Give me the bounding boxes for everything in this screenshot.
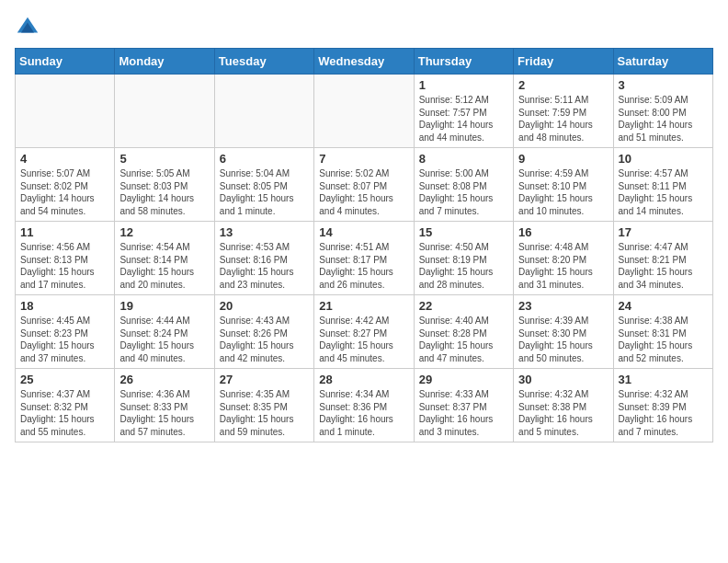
day-info: Sunrise: 4:57 AM Sunset: 8:11 PM Dayligh…: [619, 167, 708, 217]
day-number: 28: [319, 373, 408, 386]
day-info: Sunrise: 4:42 AM Sunset: 8:27 PM Dayligh…: [319, 315, 408, 364]
calendar-day-cell: 13Sunrise: 4:53 AM Sunset: 8:16 PM Dayli…: [214, 222, 313, 295]
day-info: Sunrise: 4:33 AM Sunset: 8:37 PM Dayligh…: [419, 388, 508, 438]
day-info: Sunrise: 4:54 AM Sunset: 8:14 PM Dayligh…: [119, 241, 209, 291]
day-number: 20: [220, 299, 309, 313]
day-number: 29: [419, 373, 508, 386]
calendar-week-row: 18Sunrise: 4:45 AM Sunset: 8:23 PM Dayli…: [16, 295, 713, 369]
calendar-day-cell: 4Sunrise: 5:07 AM Sunset: 8:02 PM Daylig…: [16, 148, 115, 222]
day-number: 23: [518, 299, 608, 313]
day-number: 31: [619, 373, 708, 386]
calendar-day-cell: 12Sunrise: 4:54 AM Sunset: 8:14 PM Dayli…: [115, 222, 214, 295]
calendar-day-cell: 31Sunrise: 4:32 AM Sunset: 8:39 PM Dayli…: [613, 369, 712, 442]
calendar-day-cell: 30Sunrise: 4:32 AM Sunset: 8:38 PM Dayli…: [514, 369, 613, 442]
day-info: Sunrise: 4:40 AM Sunset: 8:28 PM Dayligh…: [419, 315, 508, 364]
day-number: 25: [20, 373, 109, 386]
day-info: Sunrise: 4:47 AM Sunset: 8:21 PM Dayligh…: [619, 241, 708, 291]
day-info: Sunrise: 4:50 AM Sunset: 8:19 PM Dayligh…: [419, 241, 508, 291]
day-number: 30: [518, 373, 608, 386]
day-of-week-header: Tuesday: [214, 49, 313, 75]
calendar-day-cell: 16Sunrise: 4:48 AM Sunset: 8:20 PM Dayli…: [514, 222, 613, 295]
day-number: 4: [20, 152, 109, 166]
calendar-day-cell: 6Sunrise: 5:04 AM Sunset: 8:05 PM Daylig…: [214, 148, 313, 222]
calendar-table: SundayMondayTuesdayWednesdayThursdayFrid…: [15, 48, 713, 442]
calendar-day-cell: [214, 75, 313, 148]
calendar-day-cell: 26Sunrise: 4:36 AM Sunset: 8:33 PM Dayli…: [115, 369, 214, 442]
day-of-week-header: Wednesday: [314, 49, 414, 75]
day-info: Sunrise: 4:38 AM Sunset: 8:31 PM Dayligh…: [619, 315, 708, 364]
day-of-week-header: Thursday: [414, 49, 513, 75]
day-number: 15: [419, 225, 508, 239]
day-info: Sunrise: 4:53 AM Sunset: 8:16 PM Dayligh…: [220, 241, 309, 291]
calendar-day-cell: 19Sunrise: 4:44 AM Sunset: 8:24 PM Dayli…: [115, 295, 214, 369]
calendar-week-row: 25Sunrise: 4:37 AM Sunset: 8:32 PM Dayli…: [16, 369, 713, 442]
day-number: 6: [220, 152, 309, 166]
logo: [15, 15, 42, 40]
day-number: 24: [619, 299, 708, 313]
calendar-day-cell: 15Sunrise: 4:50 AM Sunset: 8:19 PM Dayli…: [414, 222, 513, 295]
day-info: Sunrise: 5:11 AM Sunset: 7:59 PM Dayligh…: [518, 94, 608, 144]
day-number: 11: [20, 225, 109, 239]
calendar-day-cell: 2Sunrise: 5:11 AM Sunset: 7:59 PM Daylig…: [514, 75, 613, 148]
day-number: 21: [319, 299, 408, 313]
calendar-day-cell: 21Sunrise: 4:42 AM Sunset: 8:27 PM Dayli…: [314, 295, 414, 369]
day-of-week-header: Monday: [115, 49, 214, 75]
day-number: 16: [518, 225, 608, 239]
calendar-day-cell: 29Sunrise: 4:33 AM Sunset: 8:37 PM Dayli…: [414, 369, 513, 442]
calendar-day-cell: 25Sunrise: 4:37 AM Sunset: 8:32 PM Dayli…: [16, 369, 115, 442]
day-info: Sunrise: 5:04 AM Sunset: 8:05 PM Dayligh…: [220, 167, 309, 217]
day-number: 18: [20, 299, 109, 313]
day-info: Sunrise: 4:45 AM Sunset: 8:23 PM Dayligh…: [20, 315, 109, 364]
calendar-day-cell: 3Sunrise: 5:09 AM Sunset: 8:00 PM Daylig…: [613, 75, 712, 148]
day-info: Sunrise: 4:36 AM Sunset: 8:33 PM Dayligh…: [119, 388, 209, 438]
day-number: 2: [518, 78, 608, 92]
day-number: 7: [319, 152, 408, 166]
calendar-day-cell: 9Sunrise: 4:59 AM Sunset: 8:10 PM Daylig…: [514, 148, 613, 222]
day-info: Sunrise: 4:56 AM Sunset: 8:13 PM Dayligh…: [20, 241, 109, 291]
day-number: 19: [119, 299, 209, 313]
day-number: 22: [419, 299, 508, 313]
day-number: 27: [220, 373, 309, 386]
day-info: Sunrise: 4:51 AM Sunset: 8:17 PM Dayligh…: [319, 241, 408, 291]
calendar-day-cell: 22Sunrise: 4:40 AM Sunset: 8:28 PM Dayli…: [414, 295, 513, 369]
day-number: 9: [518, 152, 608, 166]
day-info: Sunrise: 5:09 AM Sunset: 8:00 PM Dayligh…: [619, 94, 708, 144]
day-info: Sunrise: 4:39 AM Sunset: 8:30 PM Dayligh…: [518, 315, 608, 364]
calendar-day-cell: 20Sunrise: 4:43 AM Sunset: 8:26 PM Dayli…: [214, 295, 313, 369]
calendar-header-row: SundayMondayTuesdayWednesdayThursdayFrid…: [16, 49, 713, 75]
calendar-day-cell: 10Sunrise: 4:57 AM Sunset: 8:11 PM Dayli…: [613, 148, 712, 222]
day-number: 8: [419, 152, 508, 166]
day-number: 10: [619, 152, 708, 166]
day-of-week-header: Sunday: [16, 49, 115, 75]
day-info: Sunrise: 4:48 AM Sunset: 8:20 PM Dayligh…: [518, 241, 608, 291]
calendar-day-cell: 7Sunrise: 5:02 AM Sunset: 8:07 PM Daylig…: [314, 148, 414, 222]
day-info: Sunrise: 4:37 AM Sunset: 8:32 PM Dayligh…: [20, 388, 109, 438]
calendar-day-cell: 28Sunrise: 4:34 AM Sunset: 8:36 PM Dayli…: [314, 369, 414, 442]
day-info: Sunrise: 5:02 AM Sunset: 8:07 PM Dayligh…: [319, 167, 408, 217]
day-info: Sunrise: 4:44 AM Sunset: 8:24 PM Dayligh…: [119, 315, 209, 364]
day-info: Sunrise: 4:34 AM Sunset: 8:36 PM Dayligh…: [319, 388, 408, 438]
day-info: Sunrise: 5:05 AM Sunset: 8:03 PM Dayligh…: [119, 167, 209, 217]
calendar-day-cell: [115, 75, 214, 148]
calendar-day-cell: 23Sunrise: 4:39 AM Sunset: 8:30 PM Dayli…: [514, 295, 613, 369]
calendar-day-cell: 5Sunrise: 5:05 AM Sunset: 8:03 PM Daylig…: [115, 148, 214, 222]
calendar-day-cell: 27Sunrise: 4:35 AM Sunset: 8:35 PM Dayli…: [214, 369, 313, 442]
day-number: 14: [319, 225, 408, 239]
day-info: Sunrise: 4:35 AM Sunset: 8:35 PM Dayligh…: [220, 388, 309, 438]
day-number: 12: [119, 225, 209, 239]
day-info: Sunrise: 4:32 AM Sunset: 8:38 PM Dayligh…: [518, 388, 608, 438]
day-number: 17: [619, 225, 708, 239]
day-number: 3: [619, 78, 708, 92]
day-number: 26: [119, 373, 209, 386]
calendar-week-row: 11Sunrise: 4:56 AM Sunset: 8:13 PM Dayli…: [16, 222, 713, 295]
day-info: Sunrise: 5:00 AM Sunset: 8:08 PM Dayligh…: [419, 167, 508, 217]
calendar-day-cell: [314, 75, 414, 148]
calendar-day-cell: 18Sunrise: 4:45 AM Sunset: 8:23 PM Dayli…: [16, 295, 115, 369]
calendar-day-cell: 17Sunrise: 4:47 AM Sunset: 8:21 PM Dayli…: [613, 222, 712, 295]
calendar-day-cell: 8Sunrise: 5:00 AM Sunset: 8:08 PM Daylig…: [414, 148, 513, 222]
day-number: 13: [220, 225, 309, 239]
page-header: [15, 15, 713, 40]
day-number: 1: [419, 78, 508, 92]
calendar-day-cell: 11Sunrise: 4:56 AM Sunset: 8:13 PM Dayli…: [16, 222, 115, 295]
day-number: 5: [119, 152, 209, 166]
